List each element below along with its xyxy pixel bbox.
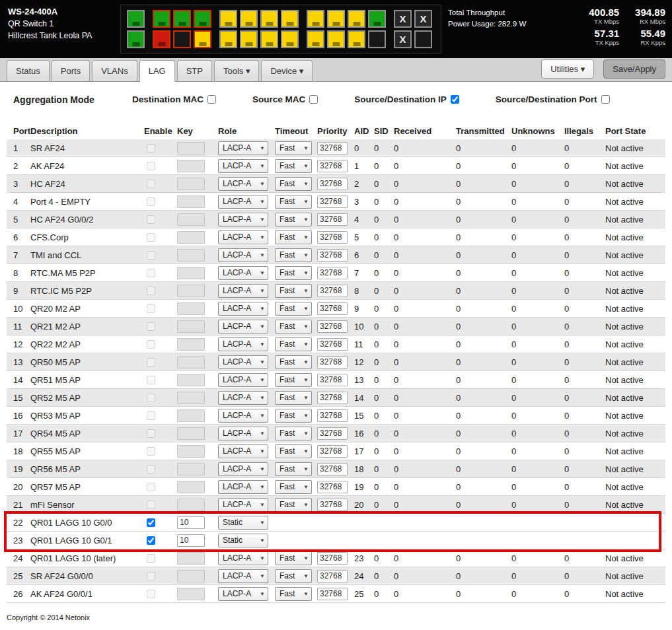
enable-checkbox[interactable] [147,590,155,598]
role-select[interactable]: LACP-A▼ [218,159,268,173]
timeout-select[interactable]: Fast▼ [275,213,312,227]
priority-input[interactable] [317,302,348,315]
enable-checkbox[interactable] [147,518,155,527]
timeout-select[interactable]: Fast▼ [275,427,312,440]
enable-checkbox[interactable] [147,322,155,331]
priority-input[interactable] [317,320,348,333]
enable-checkbox[interactable] [147,233,155,242]
role-select[interactable]: LACP-A▼ [218,302,268,316]
timeout-select[interactable]: Fast▼ [275,230,312,244]
key-input[interactable] [177,427,205,440]
priority-input[interactable] [317,338,348,351]
priority-input[interactable] [317,409,348,422]
priority-input[interactable] [317,499,348,511]
priority-input[interactable] [317,285,348,297]
save-apply-button[interactable]: Save/Apply [603,59,665,79]
priority-input[interactable] [317,570,348,582]
key-input[interactable] [177,231,205,244]
priority-input[interactable] [317,195,348,208]
timeout-select[interactable]: Fast▼ [275,462,312,476]
enable-checkbox[interactable] [147,394,155,402]
priority-input[interactable] [317,588,348,600]
timeout-select[interactable]: Fast▼ [275,373,312,387]
key-input[interactable] [177,516,205,529]
key-input[interactable] [177,374,205,386]
key-input[interactable] [177,249,205,262]
timeout-select[interactable]: Fast▼ [275,391,312,405]
priority-input[interactable] [317,178,348,190]
role-select[interactable]: LACP-A▼ [218,480,268,494]
role-select[interactable]: LACP-A▼ [218,355,268,369]
enable-checkbox[interactable] [147,483,155,491]
priority-input[interactable] [317,160,348,172]
role-select[interactable]: LACP-A▼ [218,213,268,227]
enable-checkbox[interactable] [147,447,155,456]
role-select[interactable]: LACP-A▼ [218,373,268,387]
key-input[interactable] [177,463,205,475]
key-input[interactable] [177,409,205,422]
key-input[interactable] [177,356,205,368]
aggregation-checkbox-source-mac[interactable] [309,95,318,104]
enable-checkbox[interactable] [147,358,155,367]
enable-checkbox[interactable] [147,340,155,349]
timeout-select[interactable]: Fast▼ [275,195,312,209]
aggregation-checkbox-destination-mac[interactable] [207,95,216,104]
tab-device[interactable]: Device ▾ [261,60,313,81]
timeout-select[interactable]: Fast▼ [275,444,312,458]
key-input[interactable] [177,481,205,493]
key-input[interactable] [177,267,205,279]
utilities-button[interactable]: Utilities ▾ [541,59,594,79]
priority-input[interactable] [317,249,348,262]
timeout-select[interactable]: Fast▼ [275,569,312,583]
priority-input[interactable] [317,392,348,404]
key-input[interactable] [177,499,205,511]
tab-tools[interactable]: Tools ▾ [214,60,260,81]
priority-input[interactable] [317,213,348,226]
tab-status[interactable]: Status [7,60,50,81]
enable-checkbox[interactable] [147,304,155,313]
key-input[interactable] [177,338,205,351]
enable-checkbox[interactable] [147,501,155,509]
enable-checkbox[interactable] [147,180,155,188]
role-select[interactable]: LACP-A▼ [218,320,268,333]
role-select[interactable]: LACP-A▼ [218,587,268,601]
role-select[interactable]: LACP-A▼ [218,498,268,512]
timeout-select[interactable]: Fast▼ [275,177,312,191]
timeout-select[interactable]: Fast▼ [275,587,312,601]
timeout-select[interactable]: Fast▼ [275,284,312,298]
enable-checkbox[interactable] [147,144,155,153]
timeout-select[interactable]: Fast▼ [275,248,312,262]
role-select[interactable]: Static▼ [218,516,268,530]
priority-input[interactable] [317,445,348,458]
priority-input[interactable] [317,427,348,440]
key-input[interactable] [177,160,205,172]
tab-stp[interactable]: STP [177,60,212,81]
role-select[interactable]: LACP-A▼ [218,391,268,405]
key-input[interactable] [177,178,205,190]
key-input[interactable] [177,195,205,208]
timeout-select[interactable]: Fast▼ [275,498,312,512]
enable-checkbox[interactable] [147,572,155,580]
key-input[interactable] [177,588,205,600]
enable-checkbox[interactable] [147,554,155,563]
priority-input[interactable] [317,142,348,155]
aggregation-checkbox-source-destination-ip[interactable] [451,95,459,104]
enable-checkbox[interactable] [147,162,155,170]
key-input[interactable] [177,534,205,547]
enable-checkbox[interactable] [147,197,155,206]
priority-input[interactable] [317,481,348,493]
enable-checkbox[interactable] [147,465,155,473]
tab-ports[interactable]: Ports [52,60,90,81]
role-select[interactable]: LACP-A▼ [218,141,268,155]
role-select[interactable]: Static▼ [218,534,268,547]
key-input[interactable] [177,392,205,404]
priority-input[interactable] [317,231,348,244]
role-select[interactable]: LACP-A▼ [218,462,268,476]
key-input[interactable] [177,445,205,458]
role-select[interactable]: LACP-A▼ [218,551,268,565]
timeout-select[interactable]: Fast▼ [275,355,312,369]
priority-input[interactable] [317,552,348,565]
enable-checkbox[interactable] [147,429,155,438]
enable-checkbox[interactable] [147,287,155,295]
role-select[interactable]: LACP-A▼ [218,195,268,209]
